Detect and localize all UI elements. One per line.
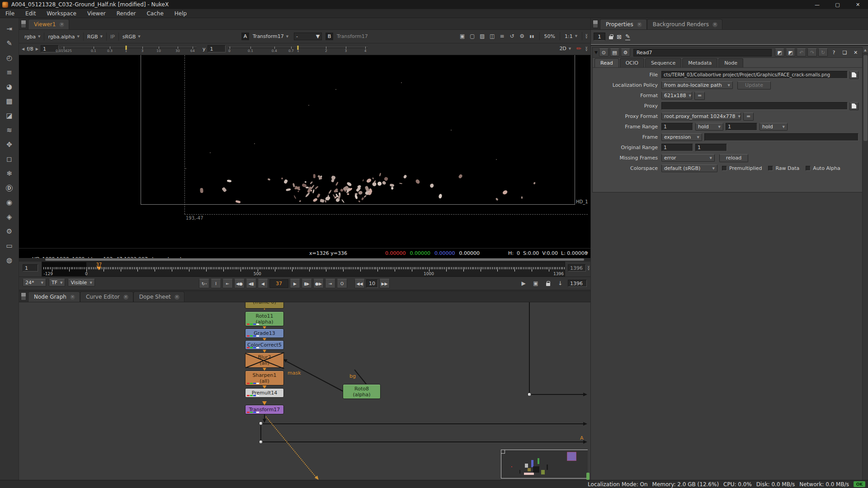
proxy-format-equals-button[interactable]: =: [743, 113, 754, 121]
save-playback-button[interactable]: ↓: [556, 279, 565, 288]
grade13-node[interactable]: Grade13: [245, 328, 284, 338]
skip-back-button[interactable]: ◀◀: [354, 279, 365, 288]
premult14-node[interactable]: Premult14: [245, 388, 284, 398]
toolsets-icon[interactable]: ⚙: [0, 224, 19, 239]
wire-elbow-dot[interactable]: [528, 393, 532, 397]
flipbook-button[interactable]: ▶: [519, 279, 528, 288]
channel-icon[interactable]: ≡: [0, 65, 19, 80]
timeline-filter-dropdown[interactable]: TF▼: [49, 279, 65, 286]
panel-grip-icon[interactable]: [21, 20, 26, 28]
3d-icon[interactable]: ◻: [0, 152, 19, 166]
premultiplied-checkbox[interactable]: [722, 166, 727, 171]
prev-keyframe-button[interactable]: ◀●: [234, 279, 245, 288]
raw-data-checkbox[interactable]: [768, 166, 773, 171]
node-graph-canvas[interactable]: (frame 0)Roto11(alpha)Grade13ColorCorrec…: [19, 302, 590, 480]
annotate-pen-icon[interactable]: ✎: [575, 44, 583, 52]
revert-icon[interactable]: ↻: [818, 48, 828, 56]
frame-expression-field[interactable]: [704, 133, 859, 141]
fps-dropdown[interactable]: 24*▼: [23, 279, 46, 286]
particles-icon[interactable]: ❄: [0, 166, 19, 181]
time-icon[interactable]: ◴: [0, 51, 19, 65]
other-icon[interactable]: ▭: [0, 239, 19, 253]
transform17-node[interactable]: Transform17: [245, 405, 284, 414]
draw-icon[interactable]: ✎: [0, 36, 19, 51]
properties-scrollbar[interactable]: ▲: [862, 47, 868, 480]
localization-policy-dropdown[interactable]: from auto-localize path▼: [661, 81, 733, 89]
scroll-thumb[interactable]: [863, 55, 868, 141]
views-icon[interactable]: ◉: [0, 195, 19, 210]
proxy-browser-icon[interactable]: [849, 102, 859, 110]
close-button[interactable]: ✕: [848, 0, 868, 9]
display-channels-dropdown[interactable]: RGB▼: [85, 33, 104, 41]
monitor-output-icon[interactable]: ▤: [610, 48, 619, 56]
missing-frames-dropdown[interactable]: error▼: [661, 154, 715, 162]
aperture-next-icon[interactable]: ▶: [36, 47, 38, 51]
current-frame-field[interactable]: 37: [269, 279, 288, 288]
maximize-button[interactable]: ▢: [827, 0, 848, 9]
wire-elbow-dot[interactable]: [259, 440, 263, 444]
frame-range-end-mode[interactable]: hold▼: [760, 123, 788, 131]
gamma-slider[interactable]: 00.10.40.71234: [228, 45, 368, 52]
tab-node-graph[interactable]: Node Graph ✕: [28, 291, 80, 302]
file-path-field[interactable]: cts/TERM_03/Collabortive project/Project…: [661, 71, 848, 79]
roto11-node[interactable]: Roto11(alpha): [245, 311, 284, 326]
edit-mode-icon[interactable]: ✎: [625, 33, 630, 40]
play-forward-button[interactable]: ▶: [290, 279, 300, 288]
loop-mode-button[interactable]: ↻▾: [199, 279, 209, 288]
framehold-node[interactable]: (frame 0): [245, 302, 284, 309]
playhead-marker[interactable]: [97, 267, 101, 270]
redo-icon[interactable]: ↷: [807, 48, 817, 56]
refresh-icon[interactable]: ↺: [508, 32, 517, 41]
format-frame-icon[interactable]: ▢: [468, 32, 477, 41]
frame-increment-field[interactable]: 10: [366, 279, 378, 288]
status-options-icon[interactable]: ▼: [585, 251, 588, 255]
help-icon[interactable]: ?: [829, 48, 839, 56]
close-tab-icon[interactable]: ✕: [175, 295, 179, 300]
channels-dropdown[interactable]: rgba▼: [23, 33, 42, 41]
tab-viewer1[interactable]: Viewer1 ✕: [28, 19, 69, 29]
color-icon[interactable]: ◕: [0, 80, 19, 94]
frame-range-end-field[interactable]: 1: [726, 123, 757, 131]
colorcorrect5-node[interactable]: ColorCorrect5: [245, 340, 284, 350]
view-mode-dropdown[interactable]: 2D▼: [557, 45, 573, 52]
update-button[interactable]: Update: [737, 81, 771, 89]
first-frame-button[interactable]: ⇤: [222, 279, 233, 288]
close-tab-icon[interactable]: ✕: [712, 22, 717, 27]
range-out-button[interactable]: O: [337, 279, 347, 288]
merge-icon[interactable]: ≋: [0, 123, 19, 137]
transform-icon[interactable]: ✥: [0, 137, 19, 152]
end-frame-field[interactable]: 1396: [568, 280, 587, 287]
menu-render[interactable]: Render: [111, 9, 142, 18]
tab-dope-sheet[interactable]: Dope Sheet ✕: [133, 291, 184, 302]
tab-metadata[interactable]: Metadata: [682, 58, 717, 67]
close-tab-icon[interactable]: ✕: [123, 295, 128, 300]
checkerboard-icon[interactable]: ◫: [488, 32, 497, 41]
timeline-collapse-icon[interactable]: ∨∨: [587, 266, 590, 270]
collapse-gain-icon[interactable]: ∨∨: [585, 47, 588, 51]
plugins-icon[interactable]: ◍: [0, 253, 19, 267]
channel-set-a-icon[interactable]: ◩: [775, 48, 784, 56]
input-a-dropdown[interactable]: Transform17▼: [251, 33, 290, 40]
tab-properties[interactable]: Properties ✕: [600, 19, 647, 29]
tab-ocio[interactable]: OCIO: [620, 58, 644, 67]
gain-slider[interactable]: 0.0156250.10.313103064: [61, 45, 197, 52]
format-equals-button[interactable]: =: [694, 92, 705, 100]
format-dropdown[interactable]: 621x188▼: [661, 92, 692, 99]
close-tab-icon[interactable]: ✕: [59, 22, 64, 27]
frame-range-start-field[interactable]: 1: [661, 123, 693, 131]
menu-edit[interactable]: Edit: [20, 9, 41, 18]
menu-file[interactable]: File: [0, 9, 20, 18]
next-keyframe-button[interactable]: ●▶: [313, 279, 324, 288]
center-node-icon[interactable]: ⊙: [599, 48, 609, 56]
float-panel-icon[interactable]: ❏: [840, 48, 849, 56]
viewer-colorspace-dropdown[interactable]: sRGB▼: [121, 33, 142, 41]
step-forward-button[interactable]: ▮▶: [302, 279, 312, 288]
file-browser-icon[interactable]: [849, 71, 859, 79]
max-panels-field[interactable]: 1: [594, 33, 605, 41]
gamma-field[interactable]: 1: [208, 45, 226, 52]
zoom-level-dropdown[interactable]: 50%: [542, 33, 557, 40]
clear-panels-icon[interactable]: ⊠: [617, 33, 622, 40]
last-frame-button[interactable]: ⇥: [325, 279, 335, 288]
menu-cache[interactable]: Cache: [141, 9, 169, 18]
colorspace-dropdown[interactable]: default (sRGB)▼: [661, 164, 717, 172]
